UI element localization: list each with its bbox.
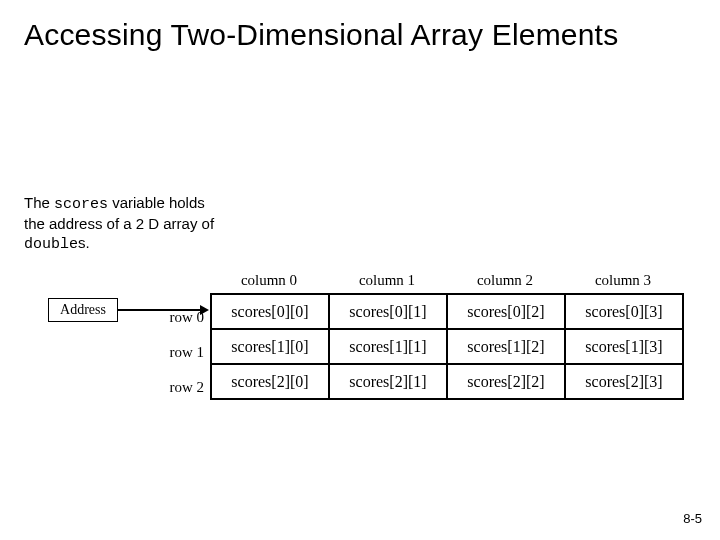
col-header-2: column 2 [446, 272, 564, 289]
row-header-1: row 1 [160, 335, 204, 370]
table-row: scores[0][0] scores[0][1] scores[0][2] s… [211, 294, 683, 329]
col-header-3: column 3 [564, 272, 682, 289]
address-box: Address [48, 298, 118, 322]
table-row: scores[2][0] scores[2][1] scores[2][2] s… [211, 364, 683, 399]
cell-2-1: scores[2][1] [329, 364, 447, 399]
row-headers: row 0 row 1 row 2 [160, 300, 204, 405]
caption-text-1: The [24, 194, 54, 211]
cell-1-3: scores[1][3] [565, 329, 683, 364]
cell-0-2: scores[0][2] [447, 294, 565, 329]
cell-0-1: scores[0][1] [329, 294, 447, 329]
caption-text-3: s. [78, 234, 90, 251]
column-headers: column 0 column 1 column 2 column 3 [210, 272, 682, 289]
cell-0-0: scores[0][0] [211, 294, 329, 329]
cell-2-2: scores[2][2] [447, 364, 565, 399]
cell-1-2: scores[1][2] [447, 329, 565, 364]
col-header-1: column 1 [328, 272, 446, 289]
row-header-0: row 0 [160, 300, 204, 335]
cell-0-3: scores[0][3] [565, 294, 683, 329]
array-grid: scores[0][0] scores[0][1] scores[0][2] s… [210, 293, 684, 400]
cell-2-0: scores[2][0] [211, 364, 329, 399]
table-row: scores[1][0] scores[1][1] scores[1][2] s… [211, 329, 683, 364]
cell-2-3: scores[2][3] [565, 364, 683, 399]
caption: The scores variable holds the address of… [24, 194, 224, 254]
row-header-2: row 2 [160, 370, 204, 405]
caption-scores: scores [54, 196, 108, 213]
page-title: Accessing Two-Dimensional Array Elements [0, 0, 720, 53]
cell-1-1: scores[1][1] [329, 329, 447, 364]
col-header-0: column 0 [210, 272, 328, 289]
caption-double: double [24, 236, 78, 253]
cell-1-0: scores[1][0] [211, 329, 329, 364]
slide-number: 8-5 [683, 511, 702, 526]
